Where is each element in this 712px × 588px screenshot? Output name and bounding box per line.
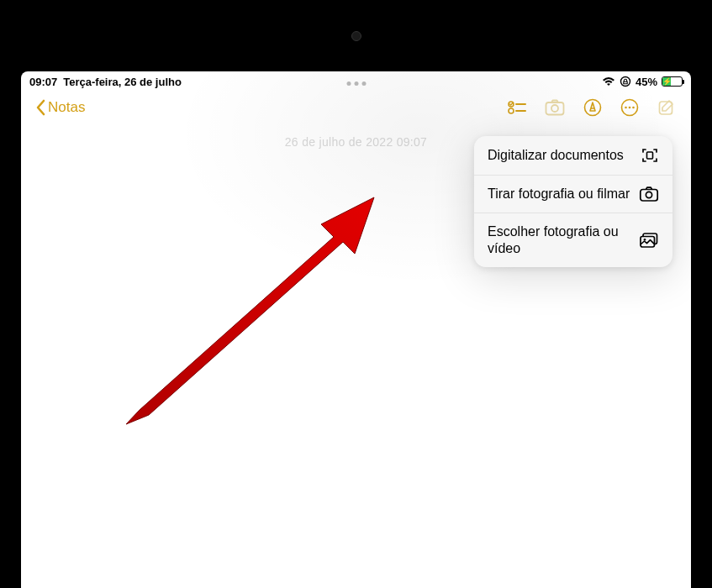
chevron-left-icon [36, 99, 46, 116]
status-right: 45% ⚡ [602, 76, 683, 88]
camera-icon[interactable] [545, 99, 565, 116]
camera-outline-icon [639, 186, 659, 202]
svg-point-6 [551, 105, 558, 112]
scan-documents-label: Digitalizar documentos [488, 147, 641, 164]
multitask-dots[interactable] [346, 81, 366, 86]
svg-point-19 [644, 239, 646, 241]
wifi-icon [602, 76, 615, 87]
choose-photo-label: Escolher fotografia ou vídeo [488, 223, 639, 257]
orientation-lock-icon [620, 76, 631, 87]
compose-icon[interactable] [657, 98, 676, 117]
svg-rect-15 [641, 190, 657, 202]
toolbar-right [508, 98, 676, 117]
note-toolbar: Notas [21, 90, 691, 125]
more-icon[interactable] [620, 98, 639, 117]
scan-document-icon [641, 146, 659, 165]
svg-point-12 [632, 107, 635, 109]
take-photo-label: Tirar fotografia ou filmar [488, 186, 639, 202]
red-annotation-arrow [126, 193, 378, 428]
svg-point-3 [509, 108, 514, 113]
camera-attach-popup: Digitalizar documentos Tirar fotografia … [474, 136, 672, 267]
status-time: 09:07 [29, 76, 57, 88]
bezel-top [0, 0, 712, 71]
back-button[interactable]: Notas [36, 99, 85, 116]
svg-point-11 [629, 107, 631, 109]
scan-documents-item[interactable]: Digitalizar documentos [474, 136, 672, 175]
battery-percent: 45% [636, 76, 657, 88]
svg-marker-20 [126, 197, 374, 424]
status-bar: 09:07 Terça-feira, 26 de julho 45% ⚡ [21, 71, 691, 90]
status-left: 09:07 Terça-feira, 26 de julho [29, 76, 182, 88]
markup-icon[interactable] [583, 98, 602, 117]
svg-rect-14 [647, 152, 653, 159]
svg-point-16 [646, 192, 651, 197]
gallery-icon [639, 232, 659, 249]
battery-icon: ⚡ [662, 76, 683, 87]
front-camera [351, 31, 361, 41]
ipad-device-frame: 09:07 Terça-feira, 26 de julho 45% ⚡ [0, 0, 712, 588]
take-photo-item[interactable]: Tirar fotografia ou filmar [474, 175, 672, 213]
device-inner: 09:07 Terça-feira, 26 de julho 45% ⚡ [0, 0, 712, 588]
screen: 09:07 Terça-feira, 26 de julho 45% ⚡ [21, 71, 691, 588]
checklist-icon[interactable] [508, 100, 526, 115]
status-date: Terça-feira, 26 de julho [63, 76, 182, 88]
svg-point-10 [625, 107, 627, 109]
back-label: Notas [48, 99, 85, 116]
choose-photo-item[interactable]: Escolher fotografia ou vídeo [474, 213, 672, 267]
